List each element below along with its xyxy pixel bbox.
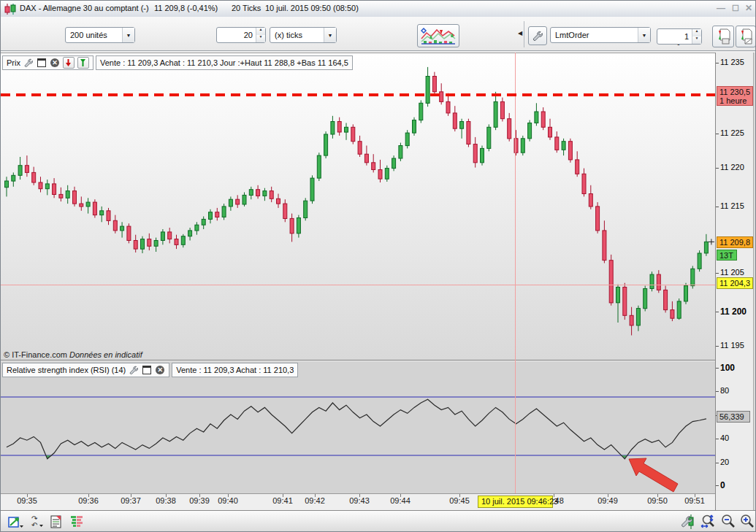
time-tick-label: 09:35: [17, 496, 37, 505]
price-panel-header: Prix ✕: [2, 55, 93, 70]
order-type-dropdown[interactable]: LmtOrder ▼: [550, 27, 651, 43]
stepper-arrows-icon[interactable]: ▲▼: [256, 28, 265, 42]
chevron-down-icon[interactable]: ▼: [638, 28, 650, 42]
wrench-candle-icon: [681, 514, 695, 529]
price-chart-plot[interactable]: Prix ✕ Vente : 11 209,3 Achat : 11 210,3…: [1, 53, 715, 361]
crosshair-vertical-line: [515, 53, 516, 493]
time-tick-label: 09:45: [449, 496, 470, 505]
maximize-button[interactable]: ☐: [730, 2, 741, 14]
units-dropdown-value: 200 unités: [66, 31, 122, 39]
time-tick-label: 09:37: [121, 496, 141, 505]
quantity-value: 1: [657, 32, 692, 41]
candlestick-app-icon: [4, 4, 9, 15]
last-price-label: 11 209,8: [717, 236, 753, 248]
copyright-line: © IT-Finance.com Données en indicatif: [4, 350, 142, 359]
time-tick-label: 09:44: [390, 496, 411, 505]
axis-tick-mark: [716, 346, 719, 347]
quantity-stepper[interactable]: 1 ▲▼: [657, 28, 702, 45]
svg-text:↶: ↶: [31, 521, 37, 529]
rsi-panel-title: Relative strength index (RSI) (14): [7, 366, 126, 374]
loop-arrows-icon: ↷↶: [31, 514, 44, 529]
time-tick-label: 09:38: [156, 496, 176, 505]
time-tick-label: 09:39: [189, 496, 210, 505]
title-resolution: 20 Ticks: [232, 4, 261, 12]
stepper-arrows-icon[interactable]: ▲▼: [692, 29, 701, 44]
trading-window: DAX - Allemagne 30 au comptant (-) 11 20…: [0, 0, 756, 532]
rsi-series: [1, 361, 715, 493]
last-price-value: 11 209,8: [719, 238, 750, 247]
transfer-order-alt-button[interactable]: [736, 26, 756, 47]
vertical-scrollbar[interactable]: [753, 53, 756, 510]
axis-tick-mark: [716, 207, 719, 207]
axis-tick-label: 40: [720, 433, 729, 442]
chart-style-button[interactable]: [417, 24, 459, 47]
depth-bars-icon: [70, 515, 83, 528]
window-title: DAX - Allemagne 30 au comptant (-): [20, 4, 149, 12]
alert-price-label[interactable]: 11 230,5 1 heure: [717, 86, 753, 106]
axis-tick-label: 11 225: [720, 128, 744, 137]
units-dropdown[interactable]: 200 unités ▼: [65, 27, 135, 43]
price-axis[interactable]: 11 23511 22511 22011 21511 20511 20011 1…: [715, 53, 753, 510]
axis-tick-label: 0: [720, 480, 725, 490]
close-panel-icon[interactable]: ✕: [155, 365, 165, 375]
drawing-tools-button[interactable]: [5, 513, 27, 531]
close-button[interactable]: ✕: [743, 2, 755, 14]
alert-level-dashed-line[interactable]: [1, 93, 715, 96]
axis-tick-mark: [716, 273, 719, 274]
zoom-fit-button[interactable]: [698, 513, 717, 531]
tick-unit-dropdown[interactable]: (x) ticks ▼: [270, 27, 337, 43]
order-type-value: LmtOrder: [551, 31, 638, 39]
market-depth-button[interactable]: [68, 513, 85, 531]
crosshair-horizontal-line: [1, 285, 715, 285]
axis-tick-mark: [716, 168, 719, 169]
chevron-down-icon[interactable]: ▼: [122, 28, 134, 42]
chevron-down-icon[interactable]: ▼: [324, 28, 336, 42]
order-settings-button[interactable]: [528, 26, 547, 45]
axis-tick-label: 11 220: [720, 163, 744, 171]
collapse-panel-arrow-icon[interactable]: ◀: [518, 30, 522, 36]
zoom-out-icon: [720, 514, 736, 530]
cursor-price-label: 11 204,3: [717, 277, 753, 289]
tick-unit-value: (x) ticks: [270, 31, 324, 39]
transfer-order-button[interactable]: [712, 26, 734, 47]
sell-arrow-button[interactable]: [63, 57, 75, 69]
news-button[interactable]: [47, 513, 65, 531]
zoom-in-icon: [739, 514, 755, 530]
chart-settings-button[interactable]: [679, 513, 698, 531]
tick-count-value: 20: [217, 31, 256, 39]
bottom-toolbar: ↷↶ ◀ ≡ ▶: [1, 510, 756, 532]
tick-count-stepper[interactable]: 20 ▲▼: [216, 27, 266, 43]
axis-tick-mark: [716, 63, 719, 63]
annotation-arrow: [629, 458, 678, 492]
detach-window-icon[interactable]: [37, 58, 47, 68]
detach-window-icon[interactable]: [142, 365, 152, 375]
buy-arrow-button[interactable]: [77, 57, 89, 69]
copyright-text: © IT-Finance.com: [4, 350, 67, 359]
time-tick-label: 09:40: [218, 496, 238, 505]
axis-tick-label: 11 205: [720, 268, 744, 277]
undo-redo-button[interactable]: ↷↶: [28, 513, 46, 531]
price-quote-box: Vente : 11 209,3 Achat : 11 210,3 Jour :…: [96, 55, 353, 70]
title-last-price: 11 209,8 (-0,41%): [154, 4, 218, 12]
wrench-icon: [532, 31, 543, 41]
zoom-in-button[interactable]: [738, 513, 756, 531]
wrench-icon[interactable]: [129, 365, 139, 375]
candlestick-series: [1, 53, 715, 361]
close-panel-icon[interactable]: ✕: [50, 58, 60, 68]
alert-period-value: 1 heure: [719, 96, 747, 105]
zoom-out-button[interactable]: [719, 513, 738, 531]
time-axis[interactable]: 09:3509:3609:3709:3809:3909:4009:4109:42…: [1, 493, 715, 510]
axis-tick-label: 11 215: [720, 201, 744, 210]
rsi-chart-plot[interactable]: Relative strength index (RSI) (14) ✕ Ven…: [1, 361, 715, 493]
price-panel-title: Prix: [7, 58, 20, 67]
bar-tick-count-label: 13T: [717, 250, 737, 261]
time-tick-label: 09:49: [597, 496, 618, 505]
wrench-icon[interactable]: [23, 58, 34, 68]
time-tick-label: 09:50: [647, 496, 668, 505]
axis-tick-mark: [716, 134, 719, 134]
axis-tick-label: 11 200: [720, 307, 747, 317]
order-page-split-icon: [739, 28, 752, 45]
rsi-value-label: 56,339: [717, 411, 750, 423]
alert-price-value: 11 230,5: [719, 88, 750, 96]
minimize-button[interactable]: —: [715, 2, 727, 14]
